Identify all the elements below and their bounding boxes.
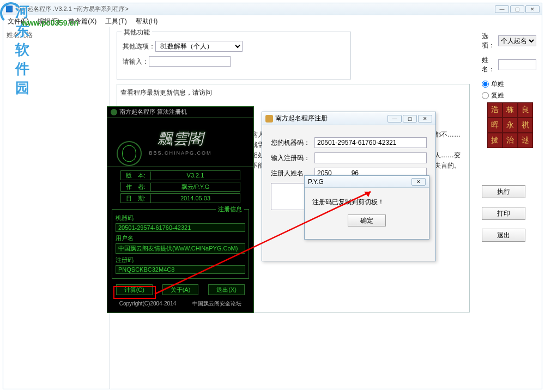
register-title: 南方起名程序注册: [275, 114, 328, 123]
register-close-button[interactable]: ✕: [418, 115, 432, 122]
keygen-banner: 飄雲閣 BBS.CHINAPG.COM: [107, 118, 253, 167]
keygen-icon: [111, 109, 117, 115]
keygen-about-button[interactable]: 关于(A): [162, 284, 199, 295]
keygen-info: 版 本:V3.2.1 作 者:飘云/P.Y.G 日 期:2014.05.03: [107, 167, 253, 207]
group-title: 其他功能: [122, 28, 152, 37]
keygen-machine-code[interactable]: 20501-29574-61760-42321: [116, 223, 245, 232]
register-icon: [265, 115, 273, 122]
keygen-username[interactable]: 中国飘云阁友情提供(WwW.CHiNaPYG.CoM): [116, 243, 245, 254]
minimize-button[interactable]: —: [495, 5, 509, 13]
close-button[interactable]: ✕: [525, 5, 540, 13]
menu-fate[interactable]: 造命篇(X): [68, 17, 96, 26]
msgbox-body: 注册码已复制到剪切板！: [305, 188, 429, 211]
msgbox-close-button[interactable]: ✕: [411, 178, 426, 186]
menu-file[interactable]: 文件(F): [8, 17, 29, 26]
name-cell[interactable]: 逑: [518, 133, 533, 148]
right-pane: 选项： 个人起名 姓名： 单姓 复姓 浩 栋 良 晖 永 祺 拔 治 逑 执行: [476, 27, 542, 389]
dragon-icon: [113, 137, 146, 170]
name-cell[interactable]: 良: [518, 102, 533, 118]
name-cell[interactable]: 祺: [518, 118, 533, 133]
left-tab-label[interactable]: 姓名五格: [7, 31, 33, 39]
name-cell[interactable]: 栋: [502, 102, 518, 118]
exec-button[interactable]: 执行: [482, 185, 525, 198]
keygen-reg-code[interactable]: PNQSCKBC32M4C8: [116, 265, 245, 274]
name-cell[interactable]: 永: [502, 118, 518, 133]
left-pane: 姓名五格: [3, 27, 110, 389]
menu-bar: 文件(F) 编辑(E) 造命篇(X) 工具(T) 帮助(H): [3, 15, 542, 27]
keygen-title-bar[interactable]: 南方起名程序 算法注册机: [107, 107, 253, 118]
window-title: 南方起名程序 .V3.2.1 ~南方易学系列程序>: [15, 5, 129, 13]
menu-help[interactable]: 帮助(H): [136, 17, 158, 26]
keygen-copyright: Copyright(C)2004-2014 中国飘云阁安全论坛: [107, 298, 253, 309]
reg-machine-label: 您的机器码：: [271, 138, 314, 148]
other-group: 其他功能 其他选项： 81数解释（个人） 请输入：: [117, 32, 351, 79]
print-button[interactable]: 打印: [482, 207, 525, 220]
radio-compound-row[interactable]: 复姓: [482, 91, 536, 100]
other-label: 其他选项：: [123, 42, 155, 51]
opt-select[interactable]: 个人起名: [498, 35, 536, 46]
reg-code-field[interactable]: [314, 152, 427, 163]
name-cell[interactable]: 晖: [487, 118, 502, 133]
input-label: 请输入：: [123, 57, 149, 66]
name-input[interactable]: [498, 59, 536, 70]
other-select[interactable]: 81数解释（个人）: [155, 41, 243, 52]
register-max-button[interactable]: ▢: [403, 115, 417, 122]
msgbox-ok-button[interactable]: 确定: [348, 215, 386, 226]
msgbox-title: P.Y.G: [308, 178, 324, 186]
name-cell[interactable]: 浩: [487, 102, 502, 118]
name-suggestion-grid: 浩 栋 良 晖 永 祺 拔 治 逑: [487, 102, 536, 148]
maximize-button[interactable]: ▢: [510, 5, 524, 13]
menu-tools[interactable]: 工具(T): [105, 17, 126, 26]
opt-label: 选项：: [482, 32, 496, 50]
msgbox-title-bar[interactable]: P.Y.G ✕: [305, 176, 429, 188]
menu-edit[interactable]: 编辑(E): [38, 17, 59, 26]
keygen-reg-fieldset: 注册信息 机器码 20501-29574-61760-42321 用户名 中国飘…: [112, 209, 249, 279]
msgbox: P.Y.G ✕ 注册码已复制到剪切板！ 确定: [304, 175, 429, 240]
radio-compound[interactable]: [482, 92, 489, 99]
reg-code-label: 输入注册码：: [271, 154, 314, 163]
name-label: 姓名：: [482, 56, 496, 74]
keygen-exit-button[interactable]: 退出(X): [208, 284, 245, 295]
radio-single-row[interactable]: 单姓: [482, 79, 536, 89]
reg-machine-field[interactable]: [314, 137, 427, 148]
exit-button[interactable]: 退出: [482, 229, 525, 242]
keygen-window: 南方起名程序 算法注册机 飄雲閣 BBS.CHINAPG.COM 版 本:V3.…: [107, 106, 254, 313]
app-icon: 🟦: [5, 5, 13, 13]
register-title-bar[interactable]: 南方起名程序注册 — ▢ ✕: [262, 112, 435, 125]
register-min-button[interactable]: —: [387, 115, 402, 122]
name-cell[interactable]: 治: [502, 133, 518, 148]
keygen-calc-button[interactable]: 计算(C): [116, 284, 153, 295]
input-field[interactable]: [149, 56, 231, 67]
radio-single[interactable]: [482, 81, 489, 88]
title-bar: 🟦 南方起名程序 .V3.2.1 ~南方易学系列程序> — ▢ ✕: [3, 3, 542, 15]
name-cell[interactable]: 拔: [487, 133, 502, 148]
keygen-title: 南方起名程序 算法注册机: [119, 108, 187, 116]
